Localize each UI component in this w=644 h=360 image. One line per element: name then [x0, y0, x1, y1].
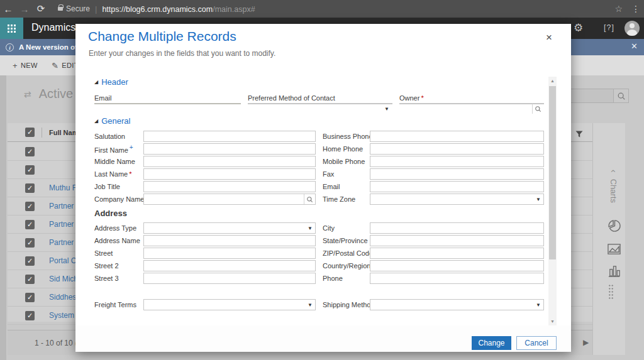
row-checkbox[interactable]: ✓ — [25, 293, 35, 302]
mobile-phone-field[interactable] — [370, 156, 544, 167]
row-checkbox[interactable]: ✓ — [25, 147, 35, 156]
cancel-button[interactable]: Cancel — [516, 336, 557, 350]
phone-field[interactable] — [370, 273, 544, 284]
command-new[interactable]: +NEW — [13, 61, 38, 70]
section-general[interactable]: ◢ General — [94, 116, 544, 126]
back-icon[interactable]: ← — [0, 4, 16, 14]
app-launcher-waffle-icon[interactable] — [0, 18, 23, 39]
salutation-label: Salutation — [94, 133, 143, 140]
middle-name-group: Middle Name — [94, 156, 316, 167]
pie-chart-icon[interactable] — [607, 219, 622, 234]
middle-name-field[interactable] — [143, 156, 316, 167]
city-field[interactable] — [370, 222, 544, 234]
row-checkbox[interactable]: ✓ — [25, 311, 35, 320]
form-row: SalutationBusiness Phone — [94, 131, 544, 142]
shipping-method-label: Shipping Method — [323, 301, 370, 308]
form-scrollbar[interactable]: ▲ ▼ — [548, 77, 557, 325]
freight-terms-field[interactable]: ▼ — [143, 299, 316, 310]
owner-label: Owner* — [399, 94, 544, 103]
search-button[interactable] — [614, 89, 629, 103]
preferred-method-of-contact-field[interactable]: ▼ — [248, 103, 392, 104]
row-checkbox[interactable]: ✓ — [25, 256, 35, 266]
fax-field[interactable] — [370, 168, 544, 180]
pin-icon[interactable]: ⇄ — [24, 89, 31, 99]
browser-menu-icon[interactable]: ⋮ — [631, 4, 640, 14]
email-field[interactable] — [370, 181, 544, 192]
freight-terms-group: Freight Terms▼ — [94, 299, 316, 310]
city-group: City — [323, 222, 544, 234]
shipping-method-group: Shipping Method▼ — [323, 299, 544, 310]
command-edit[interactable]: ✎EDIT — [52, 61, 79, 70]
scrollbar-thumb[interactable] — [549, 86, 556, 259]
country-region-field[interactable] — [370, 260, 544, 271]
form-row: Company NameTime Zone▼ — [94, 194, 544, 205]
street-2-field[interactable] — [143, 260, 316, 271]
bookmark-star-icon[interactable]: ☆ — [614, 4, 623, 14]
next-page-icon[interactable]: ▶ — [583, 338, 589, 347]
row-checkbox[interactable]: ✓ — [25, 183, 35, 193]
state-province-group: State/Province — [323, 235, 544, 246]
form-row: Freight Terms▼Shipping Method▼ — [94, 299, 544, 310]
job-title-field[interactable] — [143, 181, 316, 192]
gear-icon[interactable]: ⚙ — [574, 21, 583, 35]
dialog-subtitle: Enter your changes in the fields that yo… — [89, 49, 275, 58]
scrollbar-down-icon[interactable]: ▼ — [548, 317, 557, 325]
salutation-field[interactable] — [143, 131, 316, 142]
lookup-button[interactable] — [532, 104, 543, 114]
scrollbar-up-icon[interactable]: ▲ — [548, 77, 557, 85]
refresh-icon[interactable]: ⟳ — [33, 3, 49, 14]
city-label: City — [323, 224, 370, 232]
notification-close-icon[interactable]: ✕ — [631, 41, 638, 51]
home-phone-field[interactable] — [370, 143, 544, 155]
row-checkbox[interactable]: ✓ — [25, 275, 35, 284]
select-all-checkbox[interactable]: ✓ — [25, 128, 35, 137]
address-type-field[interactable]: ▼ — [143, 222, 316, 234]
bar-chart-icon[interactable] — [607, 264, 622, 279]
user-avatar[interactable] — [625, 21, 640, 36]
area-chart-icon[interactable] — [607, 242, 622, 257]
address-name-field[interactable] — [143, 235, 316, 246]
email-header-label: Email — [94, 94, 241, 103]
row-checkbox[interactable]: ✓ — [25, 238, 35, 248]
row-checkbox[interactable]: ✓ — [25, 220, 35, 229]
email-header-field[interactable] — [94, 103, 241, 104]
last-name-group: Last Name* — [94, 168, 316, 180]
freight-terms-label: Freight Terms — [94, 301, 143, 308]
time-zone-field[interactable]: ▼ — [370, 194, 544, 205]
column-header-full-name[interactable]: Full Nam — [49, 129, 78, 136]
row-checkbox[interactable]: ✓ — [25, 202, 35, 211]
address-name-group: Address Name — [94, 235, 316, 246]
dialog-close-icon[interactable]: × — [546, 31, 552, 44]
company-name-field[interactable] — [143, 194, 316, 205]
section-general-label: General — [101, 116, 130, 126]
row-full-name-link[interactable]: Muthu Fi — [49, 183, 79, 192]
dialog-title: Change Multiple Records — [88, 29, 236, 44]
drag-handle[interactable] — [608, 284, 614, 299]
business-phone-field[interactable] — [370, 131, 544, 142]
lookup-button[interactable] — [304, 194, 315, 204]
info-icon: i — [6, 43, 14, 52]
help-icon[interactable]: [?] — [604, 23, 614, 32]
filter-funnel-icon[interactable] — [575, 129, 583, 140]
home-phone-group: Home Phone — [323, 143, 544, 155]
street-3-field[interactable] — [143, 273, 316, 284]
street-field[interactable] — [143, 248, 316, 259]
collapse-triangle-icon: ◢ — [94, 118, 98, 124]
owner-field[interactable] — [399, 103, 544, 104]
first-name-field[interactable] — [143, 143, 316, 155]
last-name-field[interactable] — [143, 168, 316, 180]
change-button[interactable]: Change — [472, 336, 511, 350]
state-province-field[interactable] — [370, 235, 544, 246]
zip-postal-code-group: ZIP/Postal Code — [323, 248, 544, 259]
header-fields: EmailPreferred Method of Contact▼Owner* — [94, 94, 544, 104]
select-arrow-icon: ▼ — [308, 226, 313, 231]
first-name-label: First Name+ — [94, 144, 143, 154]
zip-postal-code-field[interactable] — [370, 248, 544, 259]
forward-icon[interactable]: → — [16, 4, 33, 14]
shipping-method-field[interactable]: ▼ — [370, 299, 544, 310]
state-province-label: State/Province — [323, 237, 370, 244]
section-header[interactable]: ◢ Header — [94, 77, 544, 87]
row-checkbox[interactable]: ✓ — [25, 165, 35, 175]
address-bar[interactable]: https://blog6.crm.dynamics.com/main.aspx… — [102, 3, 255, 14]
change-multiple-records-dialog: Change Multiple Records Enter your chang… — [75, 24, 571, 352]
